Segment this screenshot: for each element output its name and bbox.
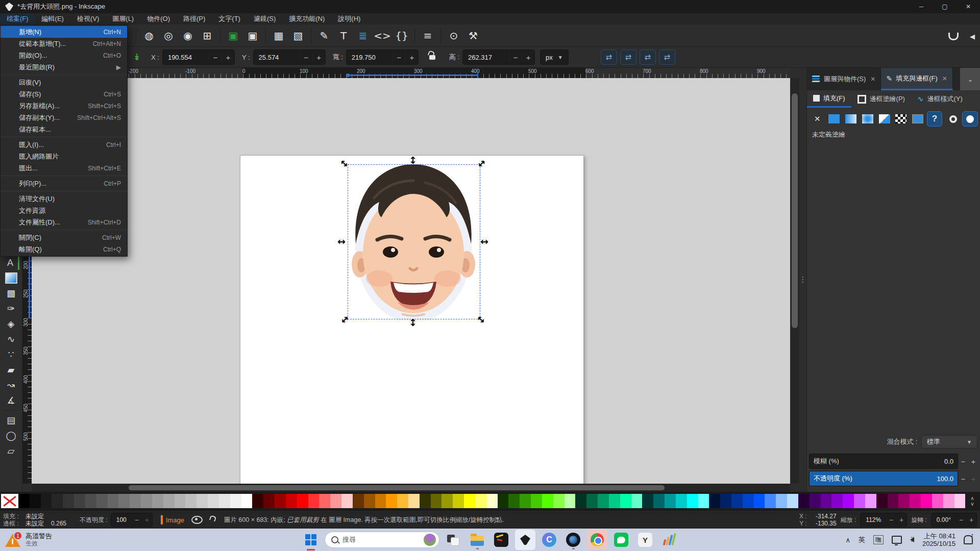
width-decrement-button[interactable]: − — [393, 53, 405, 62]
paint-swatch-button[interactable] — [911, 112, 925, 126]
palette-swatch[interactable] — [598, 494, 609, 508]
menu-edit[interactable]: 編輯(E) — [35, 13, 70, 24]
menu-help[interactable]: 說明(H) — [331, 13, 367, 24]
file-save-as[interactable]: 另存新檔(A)...Shift+Ctrl+S — [1, 100, 127, 112]
file-save-template[interactable]: 儲存範本... — [1, 123, 127, 135]
zoom-center-page-icon[interactable]: ⊞ — [199, 27, 216, 44]
zoom-increment-button[interactable]: + — [896, 516, 906, 524]
palette-swatch[interactable] — [498, 494, 509, 508]
lower-to-bottom-icon[interactable]: ↡ — [129, 49, 144, 65]
palette-swatch[interactable] — [453, 494, 464, 508]
close-tab-icon[interactable]: ✕ — [942, 75, 947, 82]
palette-swatch[interactable] — [910, 494, 921, 508]
fill-rule-nonzero-button[interactable] — [963, 112, 977, 126]
palette-swatch[interactable] — [642, 494, 653, 508]
palette-swatch[interactable] — [52, 494, 63, 508]
scale-handle-bottom-center[interactable]: ↔ — [408, 317, 419, 328]
horizontal-scrollbar-thumb[interactable] — [129, 485, 665, 490]
blur-decrement-button[interactable]: − — [958, 457, 968, 466]
palette-swatch[interactable] — [676, 494, 687, 508]
palette-swatch[interactable] — [921, 494, 932, 508]
paint-linear-gradient-button[interactable] — [844, 112, 859, 126]
close-tab-icon[interactable]: ✕ — [870, 76, 875, 83]
notification-bell-icon[interactable] — [964, 535, 973, 544]
palette-swatch[interactable] — [341, 494, 353, 508]
paint-none-button[interactable]: ✕ — [810, 112, 825, 126]
width-input[interactable]: 219.750 — [347, 54, 393, 61]
palette-swatch[interactable] — [375, 494, 386, 508]
palette-swatch[interactable] — [865, 494, 876, 508]
collapse-left-icon[interactable]: ◀ — [970, 33, 975, 40]
palette-swatch[interactable] — [141, 494, 152, 508]
vertical-scrollbar-thumb[interactable] — [792, 93, 798, 328]
find-icon[interactable]: ⊙ — [445, 27, 462, 44]
height-increment-button[interactable]: + — [522, 53, 534, 62]
menu-extensions[interactable]: 擴充功能(N) — [282, 13, 331, 24]
subtab-stroke-style[interactable]: ∿ 邊框樣式(Y) — [911, 90, 969, 108]
zoom-drawing-icon[interactable]: ◎ — [160, 27, 177, 44]
horizontal-scrollbar[interactable] — [32, 484, 790, 492]
menu-view[interactable]: 檢視(V) — [70, 13, 106, 24]
zoom-input[interactable]: 112% — [861, 516, 886, 523]
palette-swatch[interactable] — [197, 494, 208, 508]
palette-swatch[interactable] — [74, 494, 85, 508]
file-import[interactable]: 匯入(I)...Ctrl+I — [1, 139, 127, 151]
menu-layer[interactable]: 圖層(L) — [106, 13, 140, 24]
panel-resize-grip[interactable]: ⋮ — [799, 269, 806, 290]
palette-swatch[interactable] — [85, 494, 96, 508]
eraser-tool-icon[interactable]: ▰ — [4, 363, 19, 377]
palette-swatch[interactable] — [876, 494, 888, 508]
pages-tool-icon[interactable]: ▱ — [4, 444, 19, 458]
file-export[interactable]: 匯出...Shift+Ctrl+E — [1, 162, 127, 174]
globe-app-button[interactable] — [563, 530, 583, 550]
maximize-button[interactable]: ▢ — [933, 0, 957, 13]
file-new-from-template[interactable]: 從範本新增(T)...Ctrl+Alt+N — [1, 38, 127, 49]
palette-swatch[interactable] — [698, 494, 709, 508]
paint-flat-button[interactable] — [827, 112, 842, 126]
tab-fill-stroke[interactable]: ✎ 填充與邊框(F) ✕ — [881, 68, 952, 90]
palette-swatch[interactable] — [553, 494, 565, 508]
blur-increment-button[interactable]: + — [968, 457, 978, 466]
unit-dropdown[interactable]: px ▼ — [540, 49, 569, 65]
palette-swatch[interactable] — [18, 494, 30, 508]
palette-swatch[interactable] — [821, 494, 832, 508]
palette-swatch[interactable] — [754, 494, 765, 508]
close-button[interactable]: ✕ — [957, 0, 980, 13]
palette-swatch[interactable] — [665, 494, 676, 508]
object-properties-icon[interactable]: {} — [393, 27, 410, 44]
y-decrement-button[interactable]: − — [300, 53, 312, 62]
current-layer-indicator[interactable]: Image — [161, 515, 184, 524]
palette-swatch[interactable] — [118, 494, 130, 508]
paint-radial-gradient-button[interactable] — [860, 112, 875, 126]
paint-pattern-button[interactable] — [894, 112, 909, 126]
palette-swatch[interactable] — [888, 494, 899, 508]
file-save[interactable]: 儲存(S)Ctrl+S — [1, 88, 127, 100]
zoom-selection-icon[interactable]: ◍ — [140, 27, 158, 44]
scale-handle-middle-left[interactable]: ↔ — [336, 236, 347, 247]
palette-swatch[interactable] — [442, 494, 453, 508]
palette-swatch[interactable] — [943, 494, 954, 508]
transform-corners-icon[interactable]: ⇄ — [620, 49, 636, 65]
palette-swatch[interactable] — [308, 494, 320, 508]
file-open-recent[interactable]: 最近開啟(R)▶ — [1, 61, 127, 73]
transform-stroke-icon[interactable]: ⇄ — [601, 49, 617, 65]
clock[interactable]: 上午 08:41 2025/10/15 — [922, 532, 955, 547]
palette-swatch[interactable] — [252, 494, 263, 508]
shield-app-button[interactable]: Y — [635, 530, 655, 550]
palette-swatch[interactable] — [96, 494, 108, 508]
palette-swatch[interactable] — [297, 494, 308, 508]
file-document-properties[interactable]: 文件屬性(D)...Shift+Ctrl+D — [1, 216, 127, 228]
xml-editor-icon[interactable]: <> — [374, 27, 391, 44]
palette-swatch[interactable] — [486, 494, 498, 508]
palette-swatch[interactable] — [831, 494, 843, 508]
file-new[interactable]: 新增(N)Ctrl+N — [1, 26, 127, 38]
file-revert[interactable]: 回復(V) — [1, 77, 127, 88]
file-import-web-image[interactable]: 匯入網路圖片 — [1, 151, 127, 162]
palette-swatch[interactable] — [954, 494, 966, 508]
palette-swatch[interactable] — [709, 494, 720, 508]
file-open[interactable]: 開啟(O)...Ctrl+O — [1, 49, 127, 61]
palette-swatch[interactable] — [397, 494, 408, 508]
document-check-icon[interactable]: ▤ — [4, 413, 19, 428]
opacity-increment-button[interactable]: + — [142, 516, 152, 524]
palette-swatch[interactable] — [542, 494, 553, 508]
